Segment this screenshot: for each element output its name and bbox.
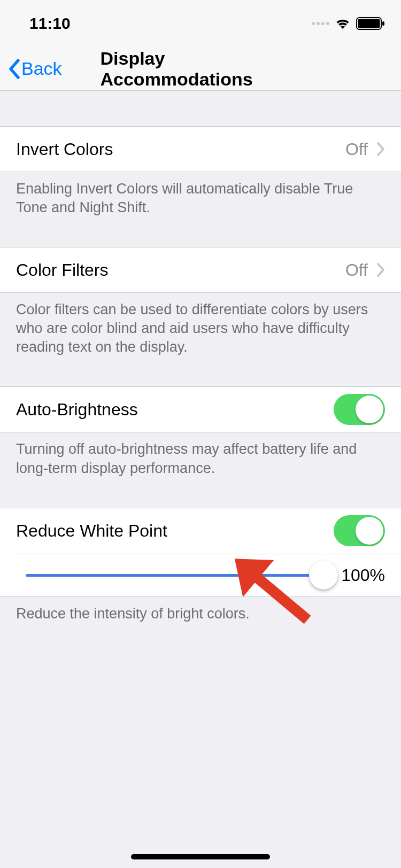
toggle-knob [356,517,383,545]
chevron-right-icon [376,262,385,277]
status-indicators [312,17,385,30]
chevron-left-icon [7,58,20,80]
row-reduce-white-point: Reduce White Point [0,508,401,554]
home-indicator [131,854,270,859]
status-bar: 11:10 [0,0,401,47]
wifi-icon [335,18,351,29]
back-label: Back [21,58,62,79]
row-label: Auto-Brightness [16,400,138,420]
row-footer-color-filters: Color filters can be used to differentia… [0,293,401,356]
auto-brightness-toggle[interactable] [334,394,385,425]
chevron-right-icon [376,142,385,157]
row-color-filters[interactable]: Color Filters Off [0,247,401,293]
row-invert-colors[interactable]: Invert Colors Off [0,126,401,172]
row-value: Off [345,140,368,159]
row-label: Invert Colors [16,140,113,159]
status-time: 11:10 [29,14,71,33]
back-button[interactable]: Back [0,58,62,80]
row-footer-reduce-white-point: Reduce the intensity of bright colors. [0,597,401,623]
svg-rect-2 [382,21,384,26]
slider-value: 100% [337,565,385,585]
white-point-slider[interactable] [26,574,324,577]
row-label: Reduce White Point [16,521,167,541]
row-label: Color Filters [16,260,108,280]
svg-rect-1 [358,19,380,28]
cellular-dots-icon [312,22,329,25]
row-footer-invert-colors: Enabling Invert Colors will automaticall… [0,172,401,217]
nav-header: Back Display Accommodations [0,47,401,91]
battery-icon [356,17,385,30]
slider-thumb[interactable] [309,561,338,590]
row-footer-auto-brightness: Turning off auto-brightness may affect b… [0,432,401,477]
toggle-knob [356,396,383,423]
row-value: Off [345,260,368,280]
row-auto-brightness: Auto-Brightness [0,386,401,432]
reduce-white-point-toggle[interactable] [334,515,385,546]
row-reduce-white-point-slider: 100% [0,554,401,597]
page-title: Display Accommodations [101,48,301,90]
